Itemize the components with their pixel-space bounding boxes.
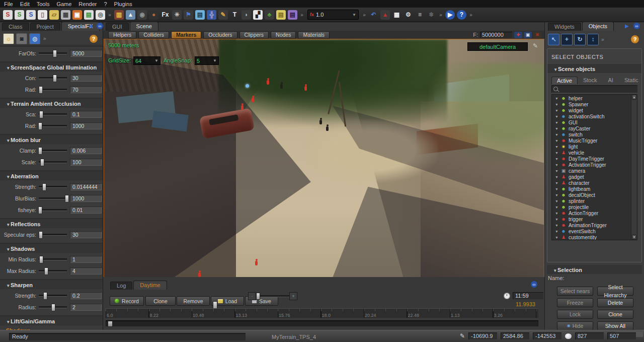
scene-character-marker[interactable] (246, 84, 249, 88)
remove-marker-icon[interactable]: ✖ (533, 32, 541, 38)
bottom-tab[interactable]: Log (110, 282, 132, 290)
list-scrollbar[interactable]: ▲ ▼ (631, 95, 637, 240)
undo-icon[interactable]: ↶ (369, 10, 378, 20)
coordinate-field[interactable]: -142553 (533, 332, 561, 339)
expand-arrow-icon[interactable]: ▼ (555, 218, 558, 221)
menu-item[interactable]: Game (56, 1, 71, 7)
object-type-row[interactable]: ▼ vehicle (552, 150, 631, 156)
menu-item[interactable]: Edit (20, 1, 30, 7)
overflow-chevron[interactable]: » (107, 10, 112, 20)
slider-handle[interactable] (53, 75, 57, 82)
left-panel-tab[interactable]: SpecialFX (61, 22, 100, 31)
world-icon[interactable]: ◍ (29, 33, 40, 44)
slider[interactable] (39, 52, 67, 54)
overflow-chevron[interactable]: » (362, 10, 367, 20)
move-icon[interactable]: + (561, 34, 573, 45)
page-yellow-icon[interactable]: ▤ (276, 10, 286, 20)
section-header[interactable]: Sharpen (0, 280, 103, 289)
slider[interactable] (39, 125, 67, 127)
object-type-row[interactable]: ▼ light (552, 144, 631, 150)
mode-button[interactable]: Materials (298, 31, 330, 39)
expand-arrow-icon[interactable]: ▼ (555, 206, 558, 209)
select-arrow-icon[interactable]: ↖ (548, 34, 559, 45)
viewport-tab[interactable]: Scene (130, 22, 158, 31)
object-type-row[interactable]: ▼ GUI (552, 119, 631, 125)
time-field[interactable]: 11:59 (513, 292, 543, 299)
slider-handle[interactable] (42, 183, 46, 191)
zoom-in-button[interactable]: + (289, 292, 297, 300)
expand-arrow-icon[interactable]: ▼ (555, 199, 558, 203)
object-search-input[interactable] (551, 85, 637, 93)
snowflake-icon[interactable]: ❄ (427, 10, 436, 20)
expand-arrow-icon[interactable]: ▼ (555, 139, 558, 143)
slider-value-field[interactable]: 4 (70, 267, 102, 275)
section-header[interactable]: Lift/Gain/Gamma (0, 316, 103, 325)
save-icon[interactable]: ▦ (61, 10, 70, 20)
object-type-row[interactable]: ▼ DayTimeTrigger (552, 156, 631, 162)
object-type-row[interactable]: ▼ MusicTrigger (552, 138, 631, 144)
overflow-chevron[interactable]: » (601, 37, 604, 42)
help-round-icon[interactable]: ? (457, 10, 466, 20)
scene-character-marker[interactable] (304, 86, 307, 91)
slider[interactable] (39, 258, 67, 260)
selection-button[interactable]: Freeze (557, 298, 593, 307)
slider[interactable] (39, 150, 67, 152)
checker-icon[interactable]: ▞ (253, 10, 263, 20)
object-type-row[interactable]: ▼ decalObject (552, 192, 631, 198)
scene-character-marker[interactable] (255, 261, 258, 265)
object-type-row[interactable]: ▼ helper (552, 95, 631, 101)
planet-icon[interactable]: ● (149, 10, 158, 20)
left-panel-tab[interactable]: Class (2, 23, 29, 31)
mode-button[interactable]: Markers (171, 31, 201, 39)
loop-icon[interactable]: ∞ (633, 23, 640, 29)
slider-value-field[interactable]: 2 (70, 304, 102, 311)
selection-header[interactable]: Selection (547, 265, 642, 274)
expand-arrow-icon[interactable]: ▶ (625, 23, 629, 29)
object-type-row[interactable]: ▼ switch (552, 131, 631, 138)
slider-value-field[interactable]: 30 (70, 75, 102, 82)
overflow-chevron[interactable]: » (468, 10, 473, 20)
slider-value-field[interactable]: 1 (70, 256, 102, 263)
play-icon[interactable]: ▶ (445, 10, 455, 20)
loop-icon[interactable]: ∞ (531, 281, 537, 288)
list-icon[interactable]: ≡ (415, 10, 425, 20)
object-type-row[interactable]: ▼ customentity (552, 234, 631, 240)
scale-icon[interactable]: ↕ (587, 34, 599, 45)
slider-handle[interactable] (65, 195, 69, 202)
object-type-row[interactable]: ▼ trigger (552, 216, 631, 222)
slider[interactable] (39, 77, 67, 79)
menu-item[interactable]: File (4, 1, 13, 7)
object-type-row[interactable]: ▼ AnimationTrigger (552, 222, 631, 228)
object-type-row[interactable]: ▼ camera (552, 168, 631, 174)
expand-arrow-icon[interactable]: ▼ (555, 212, 558, 215)
section-header[interactable]: Motion blur (0, 135, 103, 144)
slider[interactable] (39, 197, 67, 199)
scene-green-icon[interactable]: S (15, 10, 24, 20)
slider-handle[interactable] (51, 304, 55, 311)
scene-blue-icon[interactable]: S (26, 10, 36, 20)
expand-arrow-icon[interactable]: ▼ (555, 230, 558, 233)
rotate-icon[interactable]: ↻ (574, 34, 586, 45)
object-type-row[interactable]: ▼ Spawner (552, 101, 631, 107)
menu-item[interactable]: Render (78, 1, 97, 7)
expand-arrow-icon[interactable]: ▼ (555, 193, 558, 197)
camera-icon[interactable]: ◙ (16, 33, 27, 44)
slider-value-field[interactable]: 0.01 (70, 207, 102, 214)
new-file-icon[interactable]: ▯ (38, 10, 47, 20)
expand-arrow-icon[interactable]: ▼ (555, 163, 558, 167)
slider-handle[interactable] (39, 231, 43, 239)
help-icon[interactable]: ? (631, 35, 639, 43)
expand-arrow-icon[interactable]: ▼ (555, 103, 558, 106)
scene-character-marker[interactable] (280, 84, 283, 89)
selection-button[interactable]: Select nears (557, 287, 593, 296)
object-list-tab[interactable]: AI (602, 76, 618, 84)
slider[interactable] (39, 295, 67, 297)
section-header[interactable]: Aberration (0, 171, 103, 180)
help-icon[interactable]: ? (90, 35, 98, 43)
selection-button[interactable]: Delete (597, 298, 633, 307)
viewport-tab[interactable]: GUI (106, 23, 129, 31)
timeline-zoom-slider[interactable] (256, 295, 289, 297)
object-type-row[interactable]: ▼ character (552, 180, 631, 186)
time-ruler[interactable]: 6.08.2210.4813.1315.7618.020.2422.481.13… (106, 308, 538, 318)
slider-value-field[interactable]: 1000 (70, 195, 102, 202)
